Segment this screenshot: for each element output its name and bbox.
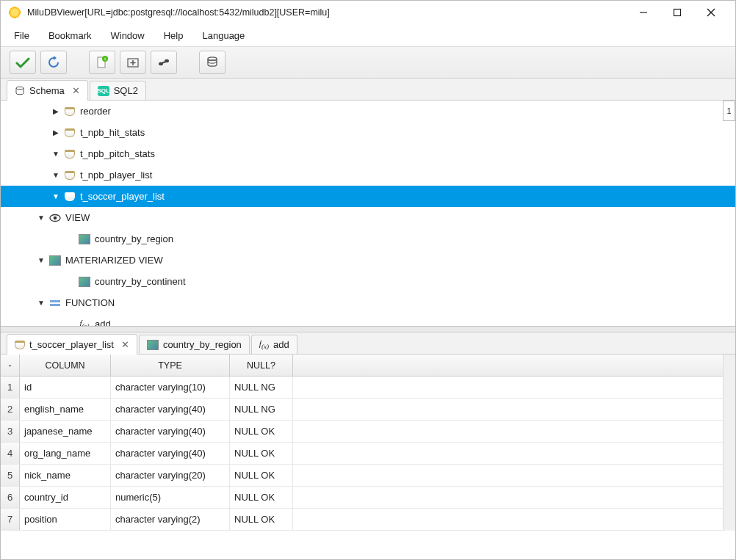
expand-icon[interactable]: ▶: [52, 128, 59, 137]
tree-node-country-by-region[interactable]: country_by_region: [1, 228, 735, 250]
menu-window[interactable]: Window: [110, 30, 144, 41]
table-row[interactable]: 6country_idnumeric(5)NULL OK: [1, 487, 735, 509]
splitter[interactable]: [1, 327, 735, 332]
tree-node-t-npb-hit-stats[interactable]: ▶t_npb_hit_stats: [1, 122, 735, 143]
menu-bookmark[interactable]: Bookmark: [48, 30, 92, 41]
table-icon: [64, 191, 76, 203]
tree-node-t-soccer-player-list[interactable]: ▼t_soccer_player_list: [1, 186, 735, 207]
tree-node-function[interactable]: ▼FUNCTION: [1, 292, 735, 313]
menu-file[interactable]: File: [14, 30, 29, 41]
cell-column: country_id: [20, 487, 111, 508]
new-document-button[interactable]: +: [89, 51, 115, 74]
tab-sql2[interactable]: SQL SQL2: [90, 81, 146, 100]
maximize-button[interactable]: [660, 1, 694, 23]
cell-type: character varying(40): [111, 443, 230, 464]
cell-null: NULL OK: [230, 443, 293, 464]
tree-node-t-npb-pitch-stats[interactable]: ▼t_npb_pitch_stats: [1, 143, 735, 164]
svg-line-12: [162, 62, 166, 63]
collapse-icon[interactable]: ▼: [37, 214, 45, 222]
expand-icon[interactable]: ▶: [52, 107, 59, 115]
detail-tab-country-by-region[interactable]: country_by_region: [139, 335, 250, 354]
row-index: 4: [1, 443, 20, 464]
collapse-icon[interactable]: ▼: [52, 150, 59, 158]
collapse-icon[interactable]: ▼: [37, 299, 45, 307]
table-icon: [64, 170, 76, 181]
picture-icon: [79, 233, 90, 245]
table-icon: [15, 341, 25, 349]
header-null[interactable]: NULL?: [230, 354, 293, 376]
tree-node-materiarized-view[interactable]: ▼MATERIARIZED VIEW: [1, 250, 735, 271]
window-title: MiluDBViewer[URL=jdbc:postgresql://local…: [27, 7, 627, 18]
cell-empty: [293, 443, 735, 464]
menu-language[interactable]: Language: [202, 30, 245, 41]
tree-node-label: reorder: [80, 106, 111, 117]
cell-empty: [293, 377, 735, 398]
cell-null: NULL OK: [230, 465, 293, 486]
grid-header: - COLUMN TYPE NULL?: [1, 354, 735, 377]
table-row[interactable]: 1idcharacter varying(10)NULL NG: [1, 377, 735, 399]
cell-column: org_lang_name: [20, 443, 111, 464]
table-icon: [64, 106, 76, 117]
detail-tab-add[interactable]: f(x) add: [251, 335, 297, 354]
tree-node-label: t_soccer_player_list: [80, 191, 165, 202]
picture-icon: [49, 255, 61, 266]
upper-tabbar: Schema ✕ SQL SQL2: [1, 79, 735, 101]
tree-node-label: t_npb_hit_stats: [80, 127, 145, 138]
app-icon: [8, 6, 21, 19]
connect-button[interactable]: [151, 51, 177, 74]
tab-label: SQL2: [114, 85, 138, 96]
row-index: 7: [1, 509, 20, 530]
database-button[interactable]: [199, 51, 226, 74]
tree-node-reorder[interactable]: ▶reorder: [1, 101, 735, 122]
new-tab-button[interactable]: [120, 51, 146, 74]
function-icon: f(x): [79, 319, 90, 327]
table-row[interactable]: 3japanese_namecharacter varying(40)NULL …: [1, 421, 735, 443]
cell-empty: [293, 487, 735, 508]
picture-icon: [147, 340, 159, 350]
schema-tree[interactable]: ▶reorder▶t_npb_hit_stats▼t_npb_pitch_sta…: [1, 101, 735, 327]
cell-type: character varying(40): [111, 421, 230, 442]
vertical-scrollbar[interactable]: [723, 354, 735, 531]
table-row[interactable]: 7positioncharacter varying(2)NULL OK: [1, 509, 735, 531]
header-column[interactable]: COLUMN: [20, 354, 111, 376]
table-row[interactable]: 2english_namecharacter varying(40)NULL N…: [1, 399, 735, 421]
collapse-icon[interactable]: ▼: [37, 256, 45, 264]
titlebar: MiluDBViewer[URL=jdbc:postgresql://local…: [1, 1, 735, 24]
collapse-icon[interactable]: ▼: [52, 171, 59, 179]
sql-icon: SQL: [98, 86, 109, 96]
cell-type: character varying(40): [111, 399, 230, 420]
row-index: 6: [1, 487, 20, 508]
tab-schema[interactable]: Schema ✕: [7, 80, 88, 101]
tree-node-country-by-continent[interactable]: country_by_continent: [1, 271, 735, 292]
tree-node-view[interactable]: ▼VIEW: [1, 207, 735, 228]
minimize-button[interactable]: [627, 1, 660, 23]
header-type[interactable]: TYPE: [111, 354, 230, 376]
database-icon: [15, 86, 25, 96]
table-row[interactable]: 5nick_namecharacter varying(20)NULL OK: [1, 465, 735, 487]
cell-empty: [293, 509, 735, 530]
cell-empty: [293, 421, 735, 442]
close-icon[interactable]: ✕: [72, 85, 80, 96]
scroll-indicator[interactable]: 1: [723, 101, 735, 121]
header-index[interactable]: -: [1, 354, 20, 376]
cell-type: character varying(2): [111, 509, 230, 530]
tree-node-add[interactable]: f(x)add: [1, 313, 735, 327]
collapse-icon[interactable]: ▼: [52, 192, 59, 200]
cell-column: english_name: [20, 399, 111, 420]
tree-node-t-npb-player-list[interactable]: ▼t_npb_player_list: [1, 164, 735, 186]
row-index: 3: [1, 421, 20, 442]
row-index: 5: [1, 465, 20, 486]
tab-label: country_by_region: [163, 339, 242, 350]
close-icon[interactable]: ✕: [121, 339, 129, 350]
cell-column: id: [20, 377, 111, 398]
detail-tab-t-soccer-player-list[interactable]: t_soccer_player_list ✕: [7, 334, 137, 354]
table-row[interactable]: 4org_lang_namecharacter varying(40)NULL …: [1, 443, 735, 465]
tree-node-label: MATERIARIZED VIEW: [65, 255, 163, 266]
eye-icon: [49, 212, 61, 224]
refresh-button[interactable]: [40, 51, 67, 74]
row-index: 2: [1, 399, 20, 420]
execute-button[interactable]: [10, 51, 36, 74]
close-button[interactable]: [694, 1, 728, 23]
menu-help[interactable]: Help: [164, 30, 184, 41]
tree-node-label: FUNCTION: [65, 297, 115, 308]
